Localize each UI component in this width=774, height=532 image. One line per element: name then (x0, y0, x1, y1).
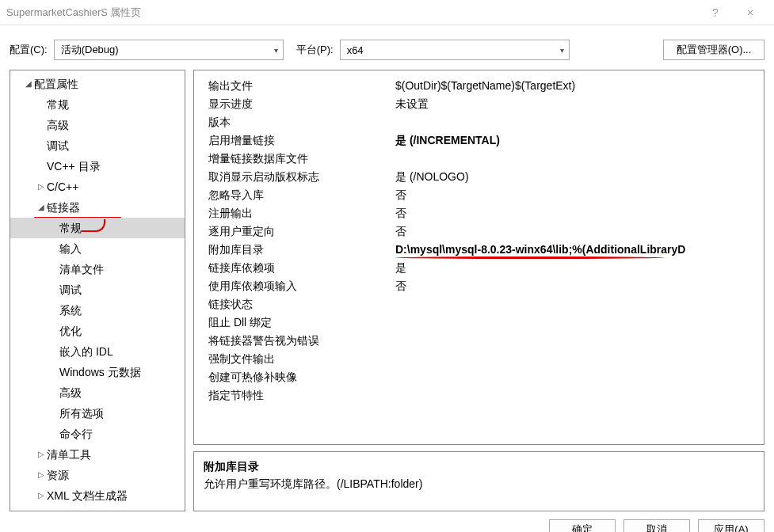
ok-button[interactable]: 确定 (549, 519, 616, 532)
help-button[interactable]: ? (698, 2, 733, 24)
config-label: 配置(C): (10, 43, 48, 57)
tree-item-linker-winmeta[interactable]: ▸Windows 元数据 (10, 362, 185, 382)
expand-right-icon: ▷ (36, 466, 47, 484)
tree-item-linker-manifest[interactable]: ▸清单文件 (10, 259, 185, 279)
close-button[interactable]: × (733, 2, 768, 24)
prop-row[interactable]: 指定节特性 (199, 386, 759, 405)
prop-row[interactable]: 强制文件输出 (199, 350, 759, 368)
tree-item-linker-debug[interactable]: ▸调试 (10, 279, 185, 300)
prop-row[interactable]: 使用库依赖项输入否 (199, 277, 759, 295)
tree-item-linker-cmdline[interactable]: ▸命令行 (10, 424, 185, 444)
config-toolbar: 配置(C): 活动(Debug) ▾ 平台(P): x64 ▾ 配置管理器(O)… (0, 25, 774, 70)
prop-row-libdirs[interactable]: 附加库目录D:\mysql\mysql-8.0.23-winx64\lib;%(… (199, 241, 759, 259)
tree-panel[interactable]: ◢ 配置属性 ▸常规 ▸高级 ▸调试 ▸VC++ 目录 ▷C/C++ ◢链接器 … (10, 70, 185, 511)
chevron-down-icon: ▾ (560, 46, 564, 55)
prop-row[interactable]: 注册输出否 (199, 204, 759, 222)
config-value: 活动(Debug) (61, 43, 119, 57)
tree-item-browseinfo[interactable]: ▷浏览信息 (10, 506, 185, 511)
prop-row[interactable]: 显示进度未设置 (199, 95, 759, 113)
expand-right-icon: ▷ (36, 446, 47, 463)
tree-item-linker-advanced[interactable]: ▸高级 (10, 382, 185, 403)
expand-right-icon: ▷ (36, 487, 47, 504)
expand-right-icon: ▷ (36, 178, 47, 196)
prop-row[interactable]: 忽略导入库否 (199, 186, 759, 204)
prop-row[interactable]: 链接状态 (199, 295, 759, 314)
prop-row[interactable]: 取消显示启动版权标志是 (/NOLOGO) (199, 168, 759, 186)
prop-row[interactable]: 输出文件$(OutDir)$(TargetName)$(TargetExt) (199, 77, 759, 95)
tree-label: 配置属性 (34, 75, 78, 93)
annotation-mark (82, 219, 105, 232)
tree-item-linker[interactable]: ◢链接器 (10, 197, 185, 218)
tree-item-vcdirs[interactable]: ▸VC++ 目录 (10, 156, 185, 177)
tree-item-debug[interactable]: ▸调试 (10, 135, 185, 156)
tree-item-linker-system[interactable]: ▸系统 (10, 300, 185, 321)
expand-down-icon: ◢ (23, 75, 34, 93)
config-manager-button[interactable]: 配置管理器(O)... (663, 40, 764, 60)
platform-value: x64 (347, 44, 364, 56)
chevron-down-icon: ▾ (274, 46, 278, 55)
expand-down-icon: ◢ (36, 199, 47, 216)
tree-item-resources[interactable]: ▷资源 (10, 465, 185, 485)
tree-item-advanced[interactable]: ▸高级 (10, 115, 185, 135)
description-title: 附加库目录 (204, 460, 754, 474)
window-title: SupermarketCashierS 属性页 (6, 6, 698, 20)
tree-root[interactable]: ◢ 配置属性 (10, 74, 185, 94)
tree-item-xmldoc[interactable]: ▷XML 文档生成器 (10, 485, 185, 506)
cancel-button[interactable]: 取消 (623, 519, 690, 532)
tree-item-linker-general[interactable]: ▸常规 (10, 218, 185, 238)
prop-row[interactable]: 将链接器警告视为错误 (199, 332, 759, 350)
prop-row[interactable]: 阻止 Dll 绑定 (199, 314, 759, 332)
tree-item-linker-alloptions[interactable]: ▸所有选项 (10, 403, 185, 424)
prop-row[interactable]: 创建可热修补映像 (199, 368, 759, 386)
prop-row[interactable]: 链接库依赖项是 (199, 259, 759, 277)
description-text: 允许用户重写环境库路径。(/LIBPATH:folder) (204, 477, 754, 492)
platform-label: 平台(P): (296, 43, 334, 57)
prop-row[interactable]: 逐用户重定向否 (199, 222, 759, 241)
tree-item-cpp[interactable]: ▷C/C++ (10, 177, 185, 197)
description-panel: 附加库目录 允许用户重写环境库路径。(/LIBPATH:folder) (193, 451, 764, 511)
tree-item-general[interactable]: ▸常规 (10, 94, 185, 115)
dialog-buttons: 确定 取消 应用(A) (0, 511, 774, 532)
apply-button[interactable]: 应用(A) (698, 519, 764, 532)
prop-row[interactable]: 启用增量链接是 (/INCREMENTAL) (199, 131, 759, 150)
tree-item-linker-idl[interactable]: ▸嵌入的 IDL (10, 341, 185, 362)
tree-item-linker-input[interactable]: ▸输入 (10, 238, 185, 259)
tree-item-manifesttool[interactable]: ▷清单工具 (10, 444, 185, 465)
property-grid[interactable]: 输出文件$(OutDir)$(TargetName)$(TargetExt) 显… (193, 70, 764, 445)
prop-row[interactable]: 版本 (199, 113, 759, 131)
prop-row[interactable]: 增量链接数据库文件 (199, 150, 759, 168)
platform-dropdown[interactable]: x64 ▾ (340, 40, 570, 60)
tree-item-linker-optimize[interactable]: ▸优化 (10, 321, 185, 341)
titlebar: SupermarketCashierS 属性页 ? × (0, 0, 774, 25)
config-dropdown[interactable]: 活动(Debug) ▾ (54, 40, 284, 60)
expand-right-icon: ▷ (36, 507, 47, 511)
